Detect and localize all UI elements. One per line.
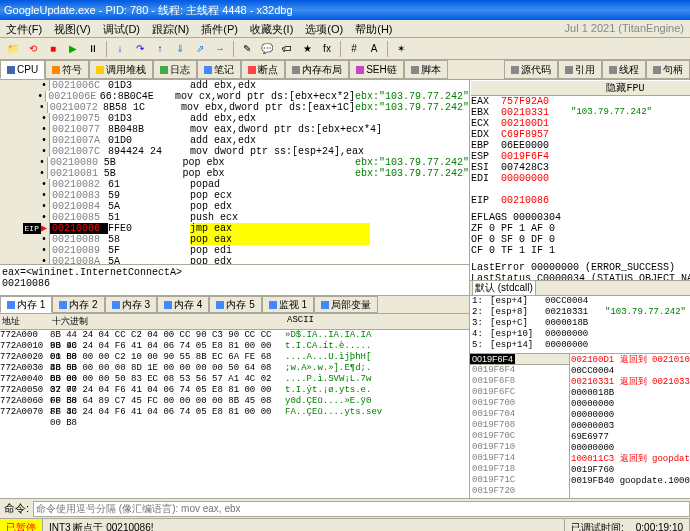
menu-view[interactable]: 视图(V) <box>48 20 97 37</box>
param-row[interactable]: 2:[esp+8]00210331"103.79.77.242" <box>470 307 690 318</box>
dump-row[interactable]: 772A00708B 4C 24 04 F6 41 04 06 74 05 E8… <box>0 407 469 418</box>
tab-内存布局[interactable]: 内存布局 <box>285 60 349 79</box>
params-view[interactable]: 1:[esp+4]00CC00042:[esp+8]00210331"103.7… <box>470 296 690 354</box>
stop-button[interactable]: ■ <box>44 40 62 58</box>
stack-value-row[interactable]: 00000000 <box>571 410 690 421</box>
stack-addr-row[interactable]: 0019F714 <box>470 453 569 464</box>
open-button[interactable]: 📁 <box>4 40 22 58</box>
disasm-row[interactable]: •002100845Apop edx <box>0 201 469 212</box>
calling-convention-label[interactable]: 默认 (stdcall) <box>472 280 536 296</box>
disasm-row[interactable]: •0021008359pop ecx <box>0 190 469 201</box>
tab-符号[interactable]: 符号 <box>45 60 89 79</box>
menu-debug[interactable]: 调试(D) <box>97 20 146 37</box>
register-ESI[interactable]: ESI007428C3 <box>471 162 690 173</box>
comments-button[interactable]: 💬 <box>258 40 276 58</box>
run-button[interactable]: ▶ <box>64 40 82 58</box>
dump-tab-3[interactable]: 内存 4 <box>157 296 209 313</box>
param-row[interactable]: 4:[esp+10]00000000 <box>470 329 690 340</box>
run-to-button[interactable]: → <box>211 40 229 58</box>
tab-句柄[interactable]: 句柄 <box>646 60 690 79</box>
stack-value-row[interactable]: 00210331 返回到 00210331 自 0021008A <box>571 377 690 388</box>
param-row[interactable]: 3:[esp+C]0000018B <box>470 318 690 329</box>
stack-value-row[interactable]: 00CC0004 <box>571 366 690 377</box>
disasm-row[interactable]: •0021008551push ecx <box>0 212 469 223</box>
fpu-toggle[interactable]: 隐藏FPU <box>471 81 690 96</box>
menu-trace[interactable]: 跟踪(N) <box>146 20 195 37</box>
register-EIP[interactable]: EIP00210086 <box>471 195 690 206</box>
tab-CPU[interactable]: CPU <box>0 60 45 79</box>
stack-addr-row[interactable]: 0019F710 <box>470 442 569 453</box>
disasm-row[interactable]: •0021006E66:8B0C4Emov cx,word ptr ds:[eb… <box>0 91 469 102</box>
tab-笔记[interactable]: 笔记 <box>197 60 241 79</box>
menu-favorites[interactable]: 收藏夹(I) <box>244 20 299 37</box>
tab-线程[interactable]: 线程 <box>602 60 646 79</box>
register-EBP[interactable]: EBP06EE0000 <box>471 140 690 151</box>
dump-tab-0[interactable]: 内存 1 <box>0 296 52 313</box>
stack-addr-row[interactable]: 0019F6F8 <box>470 376 569 387</box>
dump-view[interactable]: 地址 十六进制 ASCII 772A0008B 44 24 04 CC C2 0… <box>0 314 469 498</box>
functions-button[interactable]: fx <box>318 40 336 58</box>
tab-脚本[interactable]: 脚本 <box>404 60 448 79</box>
step-over-button[interactable]: ↷ <box>131 40 149 58</box>
dump-tab-4[interactable]: 内存 5 <box>209 296 261 313</box>
register-EDI[interactable]: EDI00000000 <box>471 173 690 184</box>
disasm-row[interactable]: •0021007A01D0add eax,edx <box>0 135 469 146</box>
dump-row[interactable]: 772A0030BB 00 00 00 00 8D 1E 00 00 00 00… <box>0 363 469 374</box>
param-row[interactable]: 5:[esp+14]00000000 <box>470 340 690 351</box>
tab-源代码[interactable]: 源代码 <box>504 60 558 79</box>
step-out-button[interactable]: ↑ <box>151 40 169 58</box>
disasm-row[interactable]: •002100778B048Bmov eax,dword ptr ds:[ebx… <box>0 124 469 135</box>
menu-file[interactable]: 文件(F) <box>0 20 48 37</box>
disasm-row[interactable]: •0021007C894424 24mov dword ptr ss:[esp+… <box>0 146 469 157</box>
stack-addr-row[interactable]: 0019F708 <box>470 420 569 431</box>
stack-value-row[interactable]: 002100D1 返回到 00210100 自 ??? <box>571 355 690 366</box>
stack-value-row[interactable]: 0000018B <box>571 388 690 399</box>
graph-button[interactable]: ✶ <box>392 40 410 58</box>
dump-row[interactable]: 772A004000 00 00 00 50 83 EC 08 53 56 57… <box>0 374 469 385</box>
stack-value-row[interactable]: 00000000 <box>571 443 690 454</box>
dump-row[interactable]: 772A00108B 4C 24 04 F6 41 04 06 74 05 E8… <box>0 341 469 352</box>
register-ESP[interactable]: ESP0019F6F4 <box>471 151 690 162</box>
dump-row[interactable]: 772A0060FF 30 64 89 C7 45 FC 00 00 00 00… <box>0 396 469 407</box>
tab-断点[interactable]: 断点 <box>241 60 285 79</box>
stack-addr-row[interactable]: 0019F6F4 <box>470 365 569 376</box>
dump-tab-1[interactable]: 内存 2 <box>52 296 104 313</box>
labels-button[interactable]: 🏷 <box>278 40 296 58</box>
stack-value-row[interactable]: 0019FB40 goopdate.10001A... <box>571 476 690 487</box>
stack-value-row[interactable]: 0019F760 <box>571 465 690 476</box>
command-input[interactable] <box>33 501 690 517</box>
tab-日志[interactable]: 日志 <box>153 60 197 79</box>
register-ECX[interactable]: ECX002100D1 <box>471 118 690 129</box>
disasm-row[interactable]: •002100805Bpop ebxebx:"103.79.77.242" <box>0 157 469 168</box>
register-EAX[interactable]: EAX757F92A0 <box>471 96 690 107</box>
disasm-row[interactable]: •0021008261popad <box>0 179 469 190</box>
restart-button[interactable]: ⟲ <box>24 40 42 58</box>
disasm-row[interactable]: •0021008858pop eax <box>0 234 469 245</box>
dump-tab-5[interactable]: 监视 1 <box>262 296 314 313</box>
disasm-row[interactable]: EIP▶00210086FFE0jmp eax <box>0 223 469 234</box>
stack-addr-row[interactable]: 0019F71C <box>470 475 569 486</box>
stack-addr-row[interactable]: 0019F720 <box>470 486 569 497</box>
stack-value-row[interactable]: 100011C3 返回到 goopdate.100011C1 自 ??? <box>571 454 690 465</box>
disasm-row[interactable]: •002100728B58 1Cmov ebx,dword ptr ds:[ea… <box>0 102 469 113</box>
stack-addr-view[interactable]: 0019F6F40019F6F80019F6FC0019F7000019F704… <box>470 365 569 498</box>
dump-tab-6[interactable]: 局部变量 <box>314 296 378 313</box>
trace-over-button[interactable]: ⇗ <box>191 40 209 58</box>
dump-tab-2[interactable]: 内存 3 <box>105 296 157 313</box>
param-row[interactable]: 1:[esp+4]00CC0004 <box>470 296 690 307</box>
tab-SEH链[interactable]: SEH链 <box>349 60 404 79</box>
stack-value-row[interactable]: 00000000 <box>571 399 690 410</box>
bookmarks-button[interactable]: ★ <box>298 40 316 58</box>
dump-row[interactable]: 772A0008B 44 24 04 CC C2 04 00 CC 90 C3 … <box>0 330 469 341</box>
tab-引用[interactable]: 引用 <box>558 60 602 79</box>
stack-addr-row[interactable]: 0019F6FC <box>470 387 569 398</box>
stack-value-row[interactable]: 69E6977 <box>571 432 690 443</box>
calc-button[interactable]: A <box>365 40 383 58</box>
stack-addr-row[interactable]: 0019F718 <box>470 464 569 475</box>
registers-view[interactable]: 隐藏FPU EAX757F92A0EBX00210331"103.79.77.2… <box>470 80 690 280</box>
settings-button[interactable]: # <box>345 40 363 58</box>
disasm-row[interactable]: •0021008A5Apop edx <box>0 256 469 264</box>
stack-value-row[interactable]: 00000003 <box>571 421 690 432</box>
register-EDX[interactable]: EDXC69F8957 <box>471 129 690 140</box>
dump-row[interactable]: 772A002001 00 00 00 C2 10 00 90 55 8B EC… <box>0 352 469 363</box>
